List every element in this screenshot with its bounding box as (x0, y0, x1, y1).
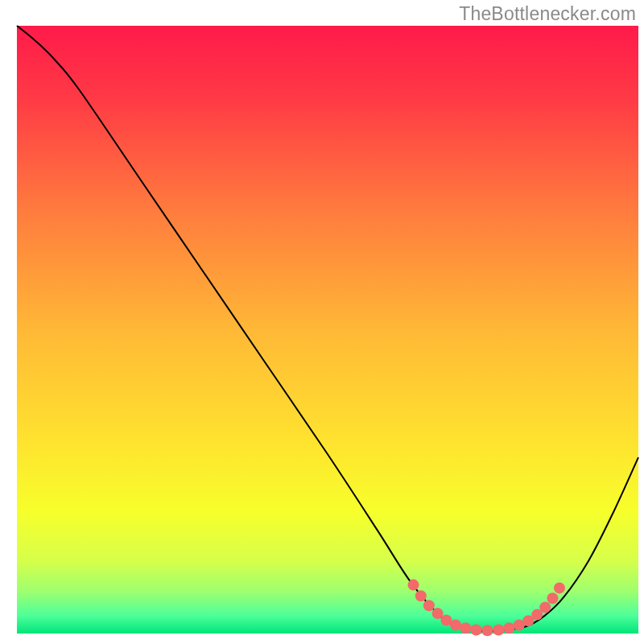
chart-svg (0, 0, 644, 644)
chart-container: { "attribution": "TheBottlenecker.com", … (0, 0, 644, 644)
highlight-dot (408, 580, 419, 591)
highlight-dot (503, 622, 514, 634)
highlight-dot (471, 624, 482, 635)
highlight-dot (493, 624, 504, 635)
highlight-dot (539, 602, 551, 613)
highlight-dot (423, 600, 435, 611)
highlight-dot (547, 592, 558, 604)
highlight-dot (554, 582, 565, 593)
highlight-dot (415, 590, 427, 601)
highlight-dot (450, 619, 461, 630)
plot-background (17, 26, 638, 634)
highlight-dot (481, 625, 493, 636)
highlight-dot (460, 622, 471, 634)
